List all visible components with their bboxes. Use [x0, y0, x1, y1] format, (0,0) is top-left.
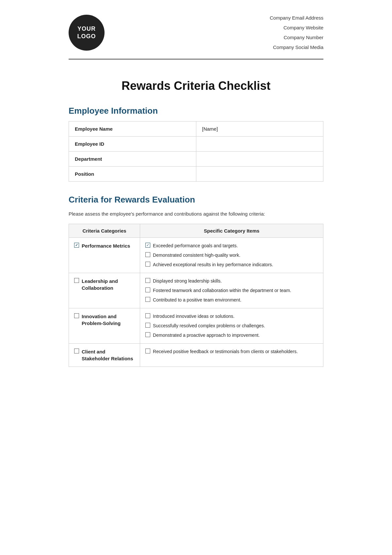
list-item: Received positive feedback or testimonia…	[145, 348, 318, 355]
item-text: Contributed to a positive team environme…	[153, 297, 241, 303]
table-row: Innovation and Problem-Solving Introduce…	[69, 308, 323, 344]
list-item: Achieved exceptional results in key perf…	[145, 261, 318, 268]
category-checkbox[interactable]	[74, 278, 79, 283]
category-name: Innovation and Problem-Solving	[82, 313, 135, 327]
item-checkbox[interactable]	[145, 349, 150, 353]
criteria-items-cell: Displayed strong leadership skills. Fost…	[140, 273, 323, 308]
item-text: Received positive feedback or testimonia…	[153, 348, 298, 355]
item-text: Displayed strong leadership skills.	[153, 278, 222, 285]
table-row: Position	[69, 167, 323, 182]
table-row: Leadership and Collaboration Displayed s…	[69, 273, 323, 308]
table-row: ✓ Performance Metrics ✓ Exceeded perform…	[69, 238, 323, 273]
criteria-category-cell: Client and Stakeholder Relations	[69, 344, 140, 367]
table-row: Employee Name [Name]	[69, 122, 323, 137]
item-checkbox[interactable]	[145, 287, 150, 292]
item-checkbox[interactable]	[145, 252, 150, 257]
table-row: Department	[69, 152, 323, 167]
item-checkbox[interactable]	[145, 278, 150, 283]
category-label: ✓ Performance Metrics	[74, 242, 135, 249]
field-value	[196, 137, 323, 152]
company-social: Company Social Media	[270, 42, 323, 52]
criteria-description: Please assess the employee's performance…	[69, 210, 323, 218]
employee-info-table: Employee Name [Name] Employee ID Departm…	[69, 121, 323, 182]
logo-line1: YOUR	[77, 25, 96, 33]
item-text: Fostered teamwork and collaboration with…	[153, 287, 291, 294]
logo-line2: LOGO	[77, 33, 96, 40]
list-item: Demonstrated a proactive approach to imp…	[145, 332, 318, 339]
criteria-category-cell: ✓ Performance Metrics	[69, 238, 140, 273]
category-label: Client and Stakeholder Relations	[74, 348, 135, 362]
criteria-category-cell: Leadership and Collaboration	[69, 273, 140, 308]
item-text: Introduced innovative ideas or solutions…	[153, 313, 235, 320]
table-row: Employee ID	[69, 137, 323, 152]
company-number: Company Number	[270, 33, 323, 42]
list-item: Successfully resolved complex problems o…	[145, 322, 318, 329]
category-checkbox[interactable]	[74, 349, 79, 353]
field-value: [Name]	[196, 122, 323, 137]
col-header-categories: Criteria Categories	[69, 224, 140, 238]
field-label: Employee ID	[69, 137, 196, 152]
category-name: Leadership and Collaboration	[82, 278, 135, 291]
category-name: Performance Metrics	[82, 242, 130, 249]
criteria-section-heading: Criteria for Rewards Evaluation	[69, 195, 323, 205]
field-label: Department	[69, 152, 196, 167]
list-item: Contributed to a positive team environme…	[145, 297, 318, 303]
page-title: Rewards Criteria Checklist	[69, 79, 323, 93]
category-label: Innovation and Problem-Solving	[74, 313, 135, 327]
category-checkbox[interactable]	[74, 313, 79, 318]
criteria-items-cell: ✓ Exceeded performance goals and targets…	[140, 238, 323, 273]
list-item: ✓ Exceeded performance goals and targets…	[145, 242, 318, 249]
category-name: Client and Stakeholder Relations	[82, 348, 135, 362]
list-item: Displayed strong leadership skills.	[145, 278, 318, 285]
table-row: Client and Stakeholder Relations Receive…	[69, 344, 323, 367]
col-header-items: Specific Category Items	[140, 224, 323, 238]
field-value	[196, 167, 323, 182]
item-checkbox[interactable]	[145, 297, 150, 302]
employee-section-heading: Employee Information	[69, 106, 323, 116]
item-checkbox[interactable]	[145, 332, 150, 337]
item-checkbox[interactable]	[145, 313, 150, 318]
category-label: Leadership and Collaboration	[74, 278, 135, 291]
page-header: YOUR LOGO Company Email Address Company …	[69, 13, 323, 59]
category-checkbox[interactable]: ✓	[74, 243, 79, 248]
item-checkbox[interactable]	[145, 262, 150, 267]
list-item: Introduced innovative ideas or solutions…	[145, 313, 318, 320]
field-label: Position	[69, 167, 196, 182]
criteria-table: Criteria Categories Specific Category It…	[69, 224, 323, 367]
company-website: Company Website	[270, 23, 323, 33]
item-text: Demonstrated a proactive approach to imp…	[153, 332, 260, 339]
company-info-block: Company Email Address Company Website Co…	[270, 13, 323, 52]
list-item: Demonstrated consistent high-quality wor…	[145, 252, 318, 259]
company-logo: YOUR LOGO	[69, 15, 105, 51]
criteria-category-cell: Innovation and Problem-Solving	[69, 308, 140, 344]
item-text: Successfully resolved complex problems o…	[153, 322, 265, 329]
item-checkbox[interactable]	[145, 323, 150, 328]
item-text: Demonstrated consistent high-quality wor…	[153, 252, 240, 259]
field-label: Employee Name	[69, 122, 196, 137]
criteria-items-cell: Received positive feedback or testimonia…	[140, 344, 323, 367]
item-text: Achieved exceptional results in key perf…	[153, 261, 273, 268]
field-value	[196, 152, 323, 167]
company-email: Company Email Address	[270, 13, 323, 23]
list-item: Fostered teamwork and collaboration with…	[145, 287, 318, 294]
item-checkbox[interactable]: ✓	[145, 243, 150, 248]
criteria-items-cell: Introduced innovative ideas or solutions…	[140, 308, 323, 344]
item-text: Exceeded performance goals and targets.	[153, 242, 238, 249]
